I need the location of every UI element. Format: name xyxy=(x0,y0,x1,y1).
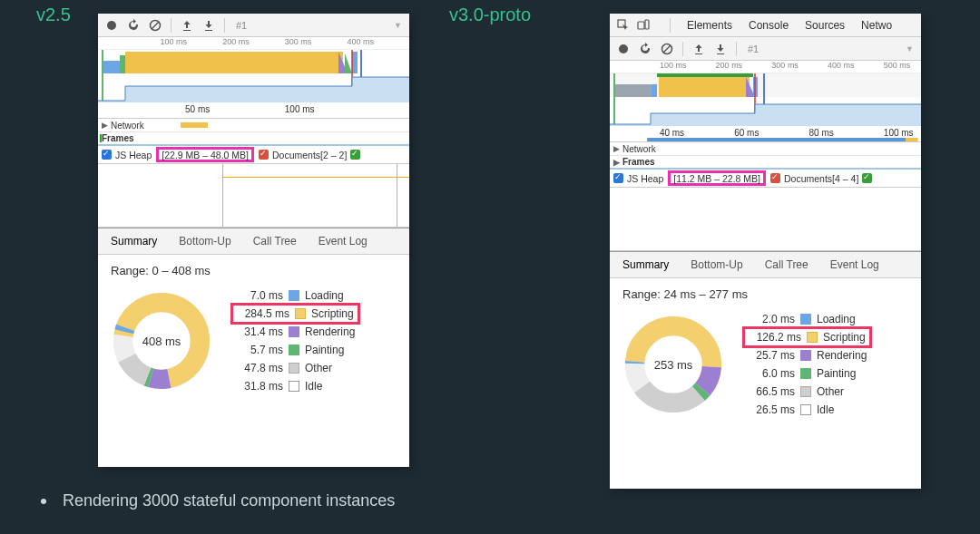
overview-body xyxy=(610,73,921,126)
performance-toolbar: #1 ▼ xyxy=(98,14,409,37)
tab-call-tree[interactable]: Call Tree xyxy=(765,258,808,271)
overview-timeline[interactable]: 100 ms 200 ms 300 ms 400 ms xyxy=(98,37,409,102)
counters-row: JS Heap [11.2 MB – 22.8 MB] Documents[4 … xyxy=(610,170,921,188)
tab-network[interactable]: Netwo xyxy=(861,19,892,32)
legend-val: 31.4 ms xyxy=(230,325,283,338)
tab-console[interactable]: Console xyxy=(749,19,789,32)
documents-label: Documents[4 – 4] xyxy=(784,173,858,184)
network-chip xyxy=(181,122,208,128)
track-label: Network xyxy=(111,121,144,131)
legend-val: 2.0 ms xyxy=(742,313,795,325)
download-icon[interactable] xyxy=(714,43,727,55)
swatch-idle xyxy=(289,381,299,392)
clear-icon[interactable] xyxy=(149,19,162,32)
record-icon[interactable] xyxy=(617,43,630,55)
legend-label: Other xyxy=(305,362,332,374)
device-icon[interactable] xyxy=(637,19,650,32)
detail-ruler: 50 ms 100 ms xyxy=(98,102,409,119)
legend-label: Idle xyxy=(817,403,834,416)
legend-label: Scripting xyxy=(823,331,866,344)
documents-checkbox[interactable] xyxy=(770,173,780,183)
track-label: Frames xyxy=(102,133,134,143)
legend-val: 26.5 ms xyxy=(742,403,795,416)
nodes-checkbox[interactable] xyxy=(862,173,872,183)
tick: 400 ms xyxy=(828,61,855,70)
swatch-loading xyxy=(800,314,811,325)
inspect-icon[interactable] xyxy=(617,19,630,32)
jsheap-label: JS Heap xyxy=(627,173,663,184)
network-track[interactable]: ▶Network xyxy=(610,142,921,156)
tab-sources[interactable]: Sources xyxy=(805,19,845,32)
tick: 300 ms xyxy=(771,61,799,70)
legend-label: Painting xyxy=(817,367,856,380)
jsheap-range-highlight: [11.2 MB – 22.8 MB] xyxy=(668,170,766,186)
donut-legend: 2.0 msLoading 126.2 msScripting 25.7 msR… xyxy=(742,310,872,419)
donut-area: 253 ms 2.0 msLoading 126.2 msScripting 2… xyxy=(610,305,921,430)
documents-label: Documents[2 – 2] xyxy=(272,150,347,160)
tab-event-log[interactable]: Event Log xyxy=(830,258,879,271)
donut-legend: 7.0 msLoading 284.5 msScripting 31.4 msR… xyxy=(230,286,360,395)
network-track[interactable]: ▶Network xyxy=(98,119,409,132)
tick: 100 ms xyxy=(660,61,687,70)
legend-label: Rendering xyxy=(305,325,355,338)
svg-point-19 xyxy=(619,44,628,53)
track-label: Frames xyxy=(622,157,655,167)
legend-val: 126.2 ms xyxy=(749,331,801,344)
tab-elements[interactable]: Elements xyxy=(687,19,732,32)
upload-icon[interactable] xyxy=(692,43,705,55)
bullet-text: Rendering 3000 stateful component instan… xyxy=(63,491,395,510)
legend-label: Loading xyxy=(305,289,344,302)
tab-bottom-up[interactable]: Bottom-Up xyxy=(691,258,742,271)
scripting-highlight: 284.5 msScripting xyxy=(230,303,360,325)
tab-call-tree[interactable]: Call Tree xyxy=(253,235,297,248)
svg-point-0 xyxy=(107,21,116,30)
clear-icon[interactable] xyxy=(661,43,673,55)
download-icon[interactable] xyxy=(202,19,215,32)
tick: 50 ms xyxy=(185,104,210,114)
toolbar-caret-icon[interactable]: ▼ xyxy=(394,21,402,30)
legend-val: 7.0 ms xyxy=(230,289,283,302)
swatch-painting xyxy=(289,345,299,355)
tick: 500 ms xyxy=(884,61,911,70)
upload-icon[interactable] xyxy=(181,19,193,32)
donut-center-label: 253 ms xyxy=(622,314,724,415)
svg-rect-26 xyxy=(657,73,753,77)
recording-tab[interactable]: #1 xyxy=(236,20,247,31)
toolbar-divider xyxy=(682,42,683,56)
frames-track[interactable]: Frames xyxy=(98,132,409,146)
svg-rect-6 xyxy=(352,52,358,73)
overview-timeline[interactable]: 100 ms 200 ms 300 ms 400 ms 500 ms xyxy=(610,61,921,126)
jsheap-checkbox[interactable] xyxy=(102,150,112,160)
nodes-checkbox[interactable] xyxy=(350,150,360,160)
overview-ruler: 100 ms 200 ms 300 ms 400 ms xyxy=(98,37,409,50)
legend-label: Scripting xyxy=(311,307,354,320)
donut-center-label: 408 ms xyxy=(111,290,212,392)
toolbar-divider xyxy=(670,18,671,33)
reload-icon[interactable] xyxy=(639,43,652,55)
overview-ruler: 100 ms 200 ms 300 ms 400 ms 500 ms xyxy=(610,61,921,73)
swatch-idle xyxy=(800,404,811,415)
heap-counter-graph xyxy=(98,164,409,228)
record-icon[interactable] xyxy=(105,19,118,32)
toolbar-caret-icon[interactable]: ▼ xyxy=(906,44,914,53)
counters-row: JS Heap [22.9 MB – 48.0 MB] Documents[2 … xyxy=(98,146,409,164)
tab-summary[interactable]: Summary xyxy=(622,258,669,271)
recording-tab[interactable]: #1 xyxy=(748,44,759,54)
svg-rect-5 xyxy=(125,52,343,73)
tab-bottom-up[interactable]: Bottom-Up xyxy=(179,235,230,248)
swatch-scripting xyxy=(807,332,818,343)
tick: 400 ms xyxy=(347,37,374,46)
summary-tabs: Summary Bottom-Up Call Tree Event Log xyxy=(610,251,921,278)
tab-event-log[interactable]: Event Log xyxy=(318,235,368,248)
tab-summary[interactable]: Summary xyxy=(111,235,157,248)
reload-icon[interactable] xyxy=(127,19,140,32)
track-label: Network xyxy=(622,144,656,154)
legend-val: 25.7 ms xyxy=(742,349,795,362)
bullet-dot-icon xyxy=(41,499,46,504)
jsheap-checkbox[interactable] xyxy=(613,173,623,183)
frames-track[interactable]: ▶Frames xyxy=(610,156,921,170)
tick: 100 ms xyxy=(161,37,188,46)
svg-rect-23 xyxy=(615,84,652,97)
documents-checkbox[interactable] xyxy=(259,150,269,160)
swatch-painting xyxy=(800,368,811,379)
